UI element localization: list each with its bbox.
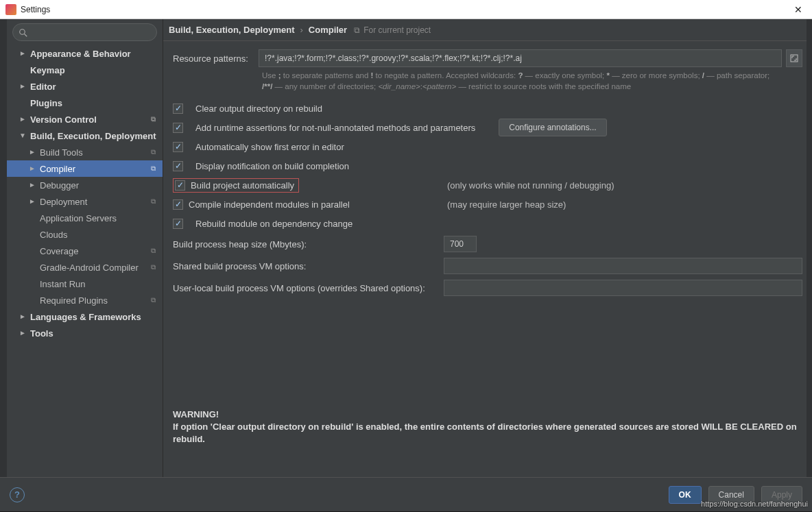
main-panel: Build, Execution, Deployment › Compiler … bbox=[163, 19, 812, 477]
tree-item-clouds[interactable]: Clouds bbox=[7, 226, 163, 243]
sidebar: ►Appearance & BehaviorKeymap►EditorPlugi… bbox=[7, 19, 163, 477]
tree-item-build-tools[interactable]: ►Build Tools⧉ bbox=[7, 144, 163, 160]
breadcrumb-project-note: ⧉ For current project bbox=[353, 25, 431, 35]
tree-item-keymap[interactable]: Keymap bbox=[7, 62, 163, 78]
tree-item-label: Debugger bbox=[40, 180, 79, 191]
project-scope-icon: ⧉ bbox=[151, 263, 156, 271]
chevron-icon: ► bbox=[29, 197, 36, 205]
project-scope-icon: ⧉ bbox=[151, 164, 156, 173]
heap-size-input[interactable] bbox=[444, 236, 477, 252]
runtime-assertions-checkbox[interactable]: ✓ bbox=[173, 123, 183, 133]
tree-item-compiler[interactable]: ►Compiler⧉ bbox=[7, 160, 163, 177]
compile-parallel-note: (may require larger heap size) bbox=[447, 199, 802, 210]
tree-item-tools[interactable]: ►Tools bbox=[7, 325, 163, 341]
rebuild-dependency-label[interactable]: Rebuild module on dependency change bbox=[195, 219, 353, 229]
project-scope-icon: ⧉ bbox=[151, 247, 156, 255]
chevron-icon: ► bbox=[29, 181, 36, 188]
tree-item-debugger[interactable]: ►Debugger bbox=[7, 177, 163, 193]
compile-parallel-checkbox[interactable]: ✓ bbox=[173, 199, 183, 210]
tree-item-coverage[interactable]: Coverage⧉ bbox=[7, 243, 163, 259]
runtime-assertions-label[interactable]: Add runtime assertions for not-null-anno… bbox=[195, 123, 475, 133]
configure-annotations-button[interactable]: Configure annotations... bbox=[499, 119, 606, 136]
tree-item-label: Plugins bbox=[30, 98, 62, 108]
settings-tree: ►Appearance & BehaviorKeymap►EditorPlugi… bbox=[7, 45, 163, 477]
clear-output-label[interactable]: Clear output directory on rebuild bbox=[195, 103, 322, 114]
tree-item-label: Appearance & Behavior bbox=[30, 49, 131, 59]
tree-item-label: Compiler bbox=[40, 164, 75, 174]
resource-patterns-label: Resource patterns: bbox=[173, 53, 259, 64]
tree-item-label: Gradle-Android Compiler bbox=[40, 263, 139, 273]
warning-text: If option 'Clear output directory on reb… bbox=[173, 421, 802, 446]
shared-vm-label: Shared build process VM options: bbox=[173, 261, 444, 271]
app-icon bbox=[5, 4, 16, 15]
right-gutter bbox=[807, 19, 812, 477]
project-scope-icon: ⧉ bbox=[353, 26, 361, 34]
tree-item-plugins[interactable]: Plugins bbox=[7, 95, 163, 111]
project-scope-icon: ⧉ bbox=[151, 115, 156, 123]
chevron-icon: ► bbox=[19, 329, 26, 337]
show-first-error-checkbox[interactable]: ✓ bbox=[173, 142, 183, 152]
ok-button[interactable]: OK bbox=[669, 486, 702, 504]
chevron-icon: ► bbox=[19, 115, 26, 123]
chevron-icon: ► bbox=[19, 313, 26, 320]
search-input[interactable] bbox=[12, 23, 157, 41]
tree-item-gradle-android-compiler[interactable]: Gradle-Android Compiler⧉ bbox=[7, 259, 163, 276]
tree-item-label: Deployment bbox=[40, 197, 87, 207]
build-auto-note: (only works while not running / debuggin… bbox=[447, 180, 802, 191]
tree-item-label: Keymap bbox=[30, 65, 65, 75]
chevron-icon: ► bbox=[29, 164, 36, 172]
display-notification-checkbox[interactable]: ✓ bbox=[173, 161, 183, 171]
resource-patterns-input[interactable] bbox=[259, 49, 782, 67]
breadcrumb-leaf: Compiler bbox=[309, 25, 347, 35]
clear-output-checkbox[interactable]: ✓ bbox=[173, 103, 183, 114]
tree-item-label: Instant Run bbox=[40, 279, 86, 289]
dialog-footer: ? OK Cancel Apply bbox=[0, 477, 812, 511]
display-notification-label[interactable]: Display notification on build completion bbox=[195, 161, 349, 171]
help-button[interactable]: ? bbox=[10, 487, 25, 502]
tree-item-build-execution-deployment[interactable]: ▼Build, Execution, Deployment bbox=[7, 127, 163, 144]
compile-parallel-label[interactable]: Compile independent modules in parallel bbox=[189, 199, 350, 210]
show-first-error-label[interactable]: Automatically show first error in editor bbox=[195, 142, 344, 152]
close-icon[interactable]: ✕ bbox=[790, 3, 807, 16]
tree-item-label: Tools bbox=[30, 328, 53, 339]
tree-item-deployment[interactable]: ►Deployment⧉ bbox=[7, 193, 163, 210]
project-scope-icon: ⧉ bbox=[151, 197, 156, 206]
tree-item-editor[interactable]: ►Editor bbox=[7, 78, 163, 95]
build-auto-checkbox[interactable]: ✓ bbox=[175, 180, 185, 191]
warning-block: WARNING! If option 'Clear output directo… bbox=[173, 409, 802, 446]
tree-item-application-servers[interactable]: Application Servers bbox=[7, 210, 163, 226]
chevron-icon: ► bbox=[19, 49, 26, 57]
tree-item-required-plugins[interactable]: Required Plugins⧉ bbox=[7, 292, 163, 308]
tree-item-label: Editor bbox=[30, 82, 56, 92]
tree-item-label: Languages & Frameworks bbox=[30, 312, 141, 322]
window-title: Settings bbox=[21, 5, 50, 14]
left-gutter bbox=[0, 19, 7, 477]
resource-patterns-hint: Use ; to separate patterns and ! to nega… bbox=[262, 70, 802, 92]
shared-vm-input[interactable] bbox=[444, 258, 802, 274]
breadcrumb-sep: › bbox=[300, 25, 302, 35]
build-auto-highlight: ✓ Build project automatically bbox=[173, 178, 299, 193]
project-scope-icon: ⧉ bbox=[151, 296, 156, 304]
chevron-icon: ▼ bbox=[19, 132, 26, 139]
rebuild-dependency-checkbox[interactable]: ✓ bbox=[173, 219, 183, 229]
tree-item-appearance-behavior[interactable]: ►Appearance & Behavior bbox=[7, 45, 163, 62]
tree-item-label: Build Tools bbox=[40, 147, 83, 158]
breadcrumb-root: Build, Execution, Deployment bbox=[169, 25, 294, 35]
user-vm-input[interactable] bbox=[444, 280, 802, 296]
tree-item-instant-run[interactable]: Instant Run bbox=[7, 276, 163, 292]
tree-item-label: Version Control bbox=[30, 114, 97, 125]
tree-item-label: Required Plugins bbox=[40, 295, 108, 306]
heap-size-label: Build process heap size (Mbytes): bbox=[173, 239, 444, 249]
chevron-icon: ► bbox=[19, 82, 26, 90]
expand-field-button[interactable] bbox=[786, 49, 802, 67]
tree-item-label: Coverage bbox=[40, 246, 78, 256]
tree-item-version-control[interactable]: ►Version Control⧉ bbox=[7, 111, 163, 127]
tree-item-languages-frameworks[interactable]: ►Languages & Frameworks bbox=[7, 308, 163, 325]
titlebar: Settings ✕ bbox=[0, 0, 812, 19]
chevron-icon: ► bbox=[29, 148, 36, 156]
tree-item-label: Build, Execution, Deployment bbox=[30, 131, 156, 141]
watermark: https://blog.csdn.net/fanhenghui bbox=[701, 500, 808, 508]
build-auto-label[interactable]: Build project automatically bbox=[191, 180, 294, 191]
project-scope-icon: ⧉ bbox=[151, 148, 156, 156]
tree-item-label: Application Servers bbox=[40, 213, 117, 223]
